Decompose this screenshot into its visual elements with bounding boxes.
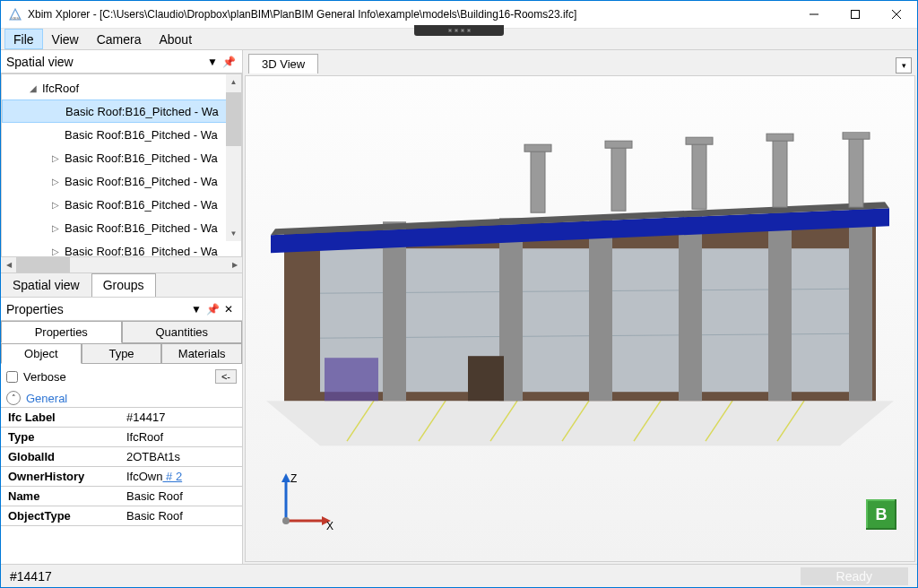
svg-rect-20 bbox=[679, 212, 702, 401]
expand-icon[interactable]: ▷ bbox=[50, 200, 61, 210]
collapse-icon[interactable]: ◢ bbox=[28, 83, 39, 93]
tree-node-item[interactable]: ▷Basic Roof:B16_Pitched - Wa bbox=[2, 146, 241, 169]
back-button[interactable]: <- bbox=[215, 369, 237, 384]
svg-rect-36 bbox=[325, 358, 378, 401]
menubar: File View Camera About bbox=[1, 29, 917, 50]
scroll-up-icon[interactable]: ▲ bbox=[226, 74, 241, 90]
window-controls bbox=[793, 1, 917, 28]
svg-rect-33 bbox=[849, 137, 863, 207]
properties-sub-tabs: Object Type Materials bbox=[1, 343, 242, 364]
view-cube-badge[interactable]: B bbox=[866, 499, 896, 530]
tab-properties[interactable]: Properties bbox=[1, 321, 122, 343]
viewport-menu-icon[interactable]: ▾ bbox=[896, 57, 912, 74]
vertical-scrollbar[interactable]: ▲ ▼ bbox=[226, 74, 241, 241]
prop-row-ownerhistory: OwnerHistoryIfcOwn # 2 bbox=[1, 467, 242, 487]
tree-node-item[interactable]: ▷Basic Roof:B16_Pitched - Wa bbox=[2, 239, 241, 257]
tree-node-item[interactable]: ▷Basic Roof:B16_Pitched - Wa bbox=[2, 216, 241, 239]
horizontal-scrollbar[interactable]: ◀ ▶ bbox=[1, 257, 242, 272]
svg-rect-28 bbox=[605, 141, 632, 148]
svg-rect-22 bbox=[849, 209, 872, 401]
pin-icon[interactable]: 📌 bbox=[221, 56, 237, 68]
verbose-label: Verbose bbox=[23, 370, 66, 384]
menu-camera[interactable]: Camera bbox=[88, 29, 151, 49]
svg-text:Z: Z bbox=[290, 472, 297, 485]
content-area: Spatial view ▼ 📌 ◢ IfcRoof Basic Roof:B1… bbox=[1, 50, 917, 564]
verbose-row: Verbose <- bbox=[1, 364, 242, 389]
scroll-left-icon[interactable]: ◀ bbox=[1, 257, 16, 272]
pin-icon[interactable]: 📌 bbox=[204, 303, 221, 316]
tree-node-parent[interactable]: ◢ IfcRoof bbox=[2, 76, 241, 99]
svg-rect-27 bbox=[611, 146, 626, 211]
tree-node-item[interactable]: Basic Roof:B16_Pitched - Wa bbox=[2, 123, 241, 146]
tab-object[interactable]: Object bbox=[1, 343, 82, 364]
expand-icon[interactable]: ▷ bbox=[50, 223, 61, 233]
viewport-tabs: 3D View ▾ bbox=[243, 50, 917, 74]
expand-icon[interactable]: ▷ bbox=[50, 153, 61, 163]
maximize-button[interactable] bbox=[835, 1, 876, 28]
axis-gizmo: X Z bbox=[273, 471, 335, 534]
tree-node-item[interactable]: ▷Basic Roof:B16_Pitched - Wa bbox=[2, 193, 241, 216]
scroll-thumb[interactable] bbox=[226, 92, 241, 146]
collapse-section-icon[interactable]: ˄ bbox=[6, 391, 21, 405]
scroll-right-icon[interactable]: ▶ bbox=[227, 257, 242, 272]
properties-panel-header: Properties ▼ 📌 ✕ bbox=[1, 298, 242, 321]
properties-panel: Properties ▼ 📌 ✕ Properties Quantities O… bbox=[1, 297, 242, 548]
svg-rect-21 bbox=[768, 211, 792, 401]
section-header-general: ˄ General bbox=[1, 389, 242, 407]
scroll-down-icon[interactable]: ▼ bbox=[226, 226, 241, 241]
status-selection: #14417 bbox=[10, 569, 52, 584]
svg-marker-41 bbox=[281, 473, 290, 482]
status-ready: Ready bbox=[801, 567, 908, 585]
menu-about[interactable]: About bbox=[150, 29, 201, 49]
tab-3d-view[interactable]: 3D View bbox=[248, 54, 318, 74]
tree-node-item[interactable]: ▷Basic Roof:B16_Pitched - Wa bbox=[2, 169, 241, 193]
spatial-panel-header: Spatial view ▼ 📌 bbox=[1, 50, 242, 74]
scroll-thumb[interactable] bbox=[16, 257, 70, 272]
tab-quantities[interactable]: Quantities bbox=[122, 321, 243, 342]
menu-file[interactable]: File bbox=[4, 29, 43, 49]
svg-text:X: X bbox=[326, 520, 333, 532]
expand-icon[interactable]: ▷ bbox=[50, 177, 61, 186]
svg-rect-34 bbox=[843, 132, 870, 139]
svg-rect-2 bbox=[852, 11, 860, 19]
tree-node-item[interactable]: Basic Roof:B16_Pitched - Wa bbox=[2, 99, 241, 123]
verbose-checkbox[interactable] bbox=[6, 371, 18, 383]
prop-row-name: NameBasic Roof bbox=[1, 487, 242, 506]
tab-groups[interactable]: Groups bbox=[91, 273, 156, 298]
section-label[interactable]: General bbox=[26, 392, 67, 405]
viewport: 3D View ▾ bbox=[243, 50, 917, 564]
properties-table: Ifc Label#14417 TypeIfcRoof GlobalId2OTB… bbox=[1, 407, 242, 526]
expand-icon[interactable]: ▷ bbox=[50, 246, 61, 256]
app-window: XBIM Xbim Xplorer - [C:\Users\Claudio\Dr… bbox=[0, 0, 918, 588]
3d-canvas[interactable]: X Z B bbox=[245, 75, 915, 562]
tab-materials[interactable]: Materials bbox=[161, 343, 242, 364]
properties-top-tabs: Properties Quantities bbox=[1, 321, 242, 343]
dock-handle[interactable] bbox=[414, 25, 504, 36]
svg-point-43 bbox=[282, 517, 290, 524]
prop-row-objecttype: ObjectTypeBasic Roof bbox=[1, 506, 242, 526]
ownerhistory-link[interactable]: # 2 bbox=[162, 470, 182, 483]
dropdown-icon[interactable]: ▼ bbox=[188, 303, 204, 316]
app-icon: XBIM bbox=[8, 7, 22, 22]
svg-rect-29 bbox=[692, 143, 706, 209]
spatial-tree[interactable]: ◢ IfcRoof Basic Roof:B16_Pitched - Wa Ba… bbox=[1, 74, 242, 257]
left-pane: Spatial view ▼ 📌 ◢ IfcRoof Basic Roof:B1… bbox=[1, 50, 243, 564]
tab-spatial-view[interactable]: Spatial view bbox=[1, 273, 91, 297]
close-panel-icon[interactable]: ✕ bbox=[221, 303, 237, 316]
spatial-panel-title: Spatial view bbox=[6, 55, 204, 69]
window-title: Xbim Xplorer - [C:\Users\Claudio\Dropbox… bbox=[28, 8, 793, 21]
close-button[interactable] bbox=[876, 1, 917, 28]
prop-row-type: TypeIfcRoof bbox=[1, 428, 242, 447]
svg-rect-25 bbox=[531, 150, 545, 212]
building-model bbox=[266, 132, 894, 454]
menu-view[interactable]: View bbox=[43, 29, 88, 49]
dropdown-icon[interactable]: ▼ bbox=[204, 56, 221, 68]
prop-row-ifc-label: Ifc Label#14417 bbox=[1, 408, 242, 428]
svg-rect-26 bbox=[524, 144, 551, 151]
minimize-button[interactable] bbox=[793, 1, 835, 28]
tab-type[interactable]: Type bbox=[82, 343, 162, 364]
svg-rect-32 bbox=[766, 134, 793, 141]
statusbar: #14417 Ready bbox=[1, 564, 917, 587]
svg-rect-30 bbox=[686, 137, 713, 144]
spatial-bottom-tabs: Spatial view Groups bbox=[1, 272, 242, 297]
